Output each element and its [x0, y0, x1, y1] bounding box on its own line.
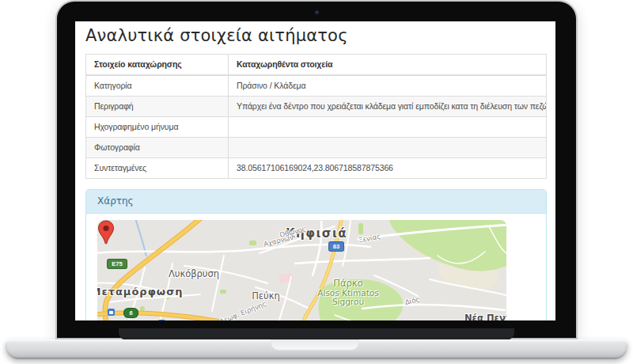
map-panel-header: Χάρτης	[86, 190, 546, 214]
table-row: Φωτογραφία	[86, 138, 547, 158]
row-value: Υπάρχει ένα δέντρο που χρειάζεται κλάδεμ…	[229, 97, 547, 117]
row-label: Φωτογραφία	[86, 138, 229, 158]
table-row: Περιγραφή Υπάρχει ένα δέντρο που χρειάζε…	[86, 97, 547, 117]
park-label: Πάρκο Alsos Ktimatos Siggrou	[317, 279, 378, 307]
column-header: Στοιχείο καταχώρησης	[86, 55, 229, 76]
city-label-pefki: Πεύκη	[252, 290, 280, 301]
laptop-lid: Αναλυτικά στοιχεία αιτήματος Στοιχείο κα…	[57, 2, 576, 338]
row-value: 38.05617106169024,23.806718587875366	[229, 158, 547, 179]
city-label-lykovrysi: Λυκόβρυση	[169, 268, 219, 279]
city-label-nea-penteli: Νέα Πεντέλη	[464, 313, 506, 320]
table-row: Συντεταγμένες 38.05617106169024,23.80671…	[86, 158, 547, 179]
laptop-base-notch	[271, 339, 359, 351]
laptop-base	[6, 339, 627, 359]
map-canvas[interactable]: Κηφισιά Μεταμόρφωση Λυκόβρυση Πεύκη Νέα …	[97, 220, 506, 320]
map-pin-icon[interactable]	[97, 220, 115, 245]
table-row: Κατηγορία Πράσινο / Κλάδεμα	[86, 75, 547, 97]
row-label: Περιγραφή	[86, 97, 229, 117]
row-value: Πράσινο / Κλάδεμα	[229, 75, 547, 97]
table-row: Ηχογραφημένο μήνυμα	[86, 117, 547, 138]
laptop-screen: Αναλυτικά στοιχεία αιτήματος Στοιχείο κα…	[75, 21, 555, 320]
row-label: Συντεταγμένες	[86, 158, 229, 179]
page-title: Αναλυτικά στοιχεία αιτήματος	[85, 25, 545, 46]
transit-station-icon	[108, 309, 115, 316]
road-shield-e75-icon: E75	[108, 260, 127, 268]
column-header: Καταχωρηθέντα στοιχεία	[229, 55, 547, 76]
table-header-row: Στοιχείο καταχώρησης Καταχωρηθέντα στοιχ…	[86, 55, 547, 76]
row-label: Κατηγορία	[86, 75, 229, 97]
city-label-metamorfosi: Μεταμόρφωση	[97, 286, 184, 298]
transit-station-icon	[158, 320, 165, 320]
webcam-icon	[314, 9, 320, 15]
laptop-hinge	[119, 328, 514, 340]
row-value	[229, 117, 547, 138]
map-panel: Χάρτης	[85, 189, 547, 320]
row-label: Ηχογραφημένο μήνυμα	[86, 117, 229, 138]
map-panel-title: Χάρτης	[97, 195, 134, 207]
details-table: Στοιχείο καταχώρησης Καταχωρηθέντα στοιχ…	[85, 54, 547, 179]
road-shield-6-icon: 6	[124, 309, 138, 317]
map-panel-body: Κηφισιά Μεταμόρφωση Λυκόβρυση Πεύκη Νέα …	[86, 214, 546, 320]
request-details-page: Αναλυτικά στοιχεία αιτήματος Στοιχείο κα…	[75, 21, 555, 320]
laptop-mockup: Αναλυτικά στοιχεία αιτήματος Στοιχείο κα…	[0, 0, 633, 364]
road-shield-83-icon: 83	[329, 242, 343, 251]
row-value	[229, 138, 547, 158]
